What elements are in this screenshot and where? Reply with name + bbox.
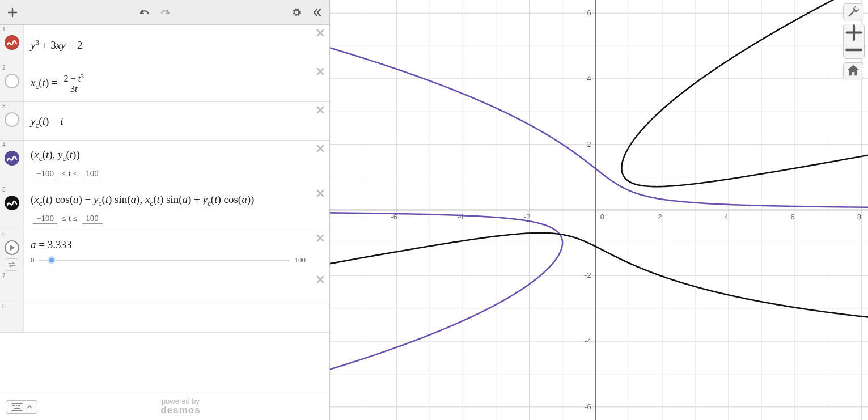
zoom-out-button[interactable] <box>844 41 864 58</box>
expression-index: 5 <box>2 186 6 193</box>
keypad-toggle-button[interactable] <box>6 400 37 414</box>
expression-row[interactable]: 3yc(t) = t <box>0 102 329 141</box>
graph-svg: -6-4-22468-6-4-22460 <box>330 0 868 420</box>
expression-toggle[interactable] <box>5 74 19 88</box>
expression-gutter: 4 <box>0 141 24 185</box>
loop-icon <box>8 262 16 268</box>
svg-text:6: 6 <box>587 9 591 17</box>
expression-gutter: 5 <box>0 185 24 230</box>
wave-icon <box>6 152 18 164</box>
graph-controls <box>843 3 865 79</box>
expression-gutter: 3 <box>0 102 24 140</box>
expression-row[interactable]: 1y3 + 3xy = 2 <box>0 25 329 63</box>
delete-expression-button[interactable] <box>316 67 325 78</box>
parameter-domain[interactable]: −100 ≤ t ≤ 100 <box>31 214 309 224</box>
expression-index: 2 <box>2 65 6 71</box>
expression-index: 6 <box>2 231 6 237</box>
svg-text:2: 2 <box>658 213 662 221</box>
slider-min: 0 <box>31 256 35 265</box>
expression-input[interactable] <box>24 302 329 332</box>
undo-icon <box>139 7 150 18</box>
close-icon <box>316 144 325 153</box>
svg-text:-4: -4 <box>585 337 591 345</box>
redo-button[interactable] <box>155 2 175 23</box>
keyboard-icon <box>11 403 23 411</box>
gear-icon <box>291 7 302 18</box>
close-icon <box>316 189 325 198</box>
slider-loop-button[interactable] <box>6 258 18 271</box>
redo-icon <box>159 7 171 18</box>
svg-text:0: 0 <box>600 213 604 221</box>
play-icon <box>9 244 15 251</box>
expression-panel: 1y3 + 3xy = 22xc(t) = 2 − t33t3yc(t) = t… <box>0 0 330 420</box>
expression-gutter: 1 <box>0 25 24 63</box>
svg-rect-0 <box>11 403 23 410</box>
expression-input[interactable]: (xc(t) cos(a) − yc(t) sin(a), xc(t) sin(… <box>24 185 329 230</box>
expression-input[interactable]: (xc(t), yc(t))−100 ≤ t ≤ 100 <box>24 141 329 185</box>
close-icon <box>316 67 325 76</box>
svg-text:-6: -6 <box>585 402 591 411</box>
parameter-domain[interactable]: −100 ≤ t ≤ 100 <box>31 169 309 179</box>
expression-row[interactable]: 6a = 3.3330100 <box>0 230 329 271</box>
svg-rect-5 <box>19 405 20 406</box>
undo-button[interactable] <box>134 2 155 23</box>
expression-input[interactable]: a = 3.3330100 <box>24 230 329 271</box>
expression-row[interactable]: 4(xc(t), yc(t))−100 ≤ t ≤ 100 <box>0 141 329 185</box>
plus-icon <box>7 7 18 18</box>
expression-row[interactable]: 2xc(t) = 2 − t33t <box>0 63 329 102</box>
zoom-in-button[interactable] <box>844 24 864 41</box>
settings-button[interactable] <box>286 2 307 23</box>
zoom-controls <box>843 24 865 59</box>
expression-row[interactable]: 7 <box>0 271 329 302</box>
delete-expression-button[interactable] <box>316 105 325 117</box>
chevron-double-left-icon <box>312 7 322 18</box>
slider-max: 100 <box>295 256 306 265</box>
svg-text:-2: -2 <box>585 271 591 279</box>
expression-toolbar <box>0 0 329 25</box>
expression-color-swatch[interactable] <box>5 35 19 50</box>
expression-index: 3 <box>2 103 6 109</box>
delete-expression-button[interactable] <box>316 275 325 286</box>
delete-expression-button[interactable] <box>316 144 325 155</box>
graph-area[interactable]: -6-4-22468-6-4-22460 <box>330 0 868 420</box>
expression-color-swatch[interactable] <box>5 151 19 166</box>
wave-icon <box>6 197 18 209</box>
svg-text:-4: -4 <box>458 213 464 221</box>
expression-row[interactable]: 5(xc(t) cos(a) − yc(t) sin(a), xc(t) sin… <box>0 185 329 230</box>
graph-settings-button[interactable] <box>843 3 863 20</box>
expression-color-swatch[interactable] <box>5 196 19 210</box>
expression-index: 8 <box>2 303 6 309</box>
close-icon <box>316 275 325 284</box>
delete-expression-button[interactable] <box>316 189 325 200</box>
expression-gutter: 2 <box>0 63 24 101</box>
expression-row[interactable]: 8 <box>0 302 329 333</box>
svg-text:6: 6 <box>791 213 795 221</box>
expression-list: 1y3 + 3xy = 22xc(t) = 2 − t33t3yc(t) = t… <box>0 25 329 393</box>
wrench-icon <box>844 4 863 20</box>
svg-text:8: 8 <box>857 213 861 221</box>
expression-gutter: 7 <box>0 271 24 302</box>
expression-input[interactable]: yc(t) = t <box>24 102 329 140</box>
add-expression-button[interactable] <box>2 2 23 23</box>
expression-toggle[interactable] <box>5 112 19 127</box>
svg-rect-1 <box>12 405 14 406</box>
expression-gutter: 6 <box>0 230 24 271</box>
delete-expression-button[interactable] <box>316 28 325 40</box>
powered-by-label: powered by desmos <box>37 397 324 416</box>
slider-play-button[interactable] <box>5 240 19 255</box>
slider[interactable]: 0100 <box>31 256 309 265</box>
svg-rect-3 <box>16 405 17 406</box>
wave-icon <box>6 37 18 48</box>
slider-track[interactable] <box>39 256 290 265</box>
delete-expression-button[interactable] <box>316 234 325 245</box>
expression-input[interactable]: y3 + 3xy = 2 <box>24 25 329 63</box>
home-button[interactable] <box>843 62 863 79</box>
expression-input[interactable]: xc(t) = 2 − t33t <box>24 63 329 101</box>
collapse-panel-button[interactable] <box>307 2 327 23</box>
plus-icon <box>844 24 864 41</box>
expression-index: 4 <box>2 142 6 148</box>
expression-input[interactable] <box>24 271 329 302</box>
svg-text:4: 4 <box>724 213 728 221</box>
home-icon <box>844 63 863 79</box>
svg-text:2: 2 <box>587 140 591 149</box>
